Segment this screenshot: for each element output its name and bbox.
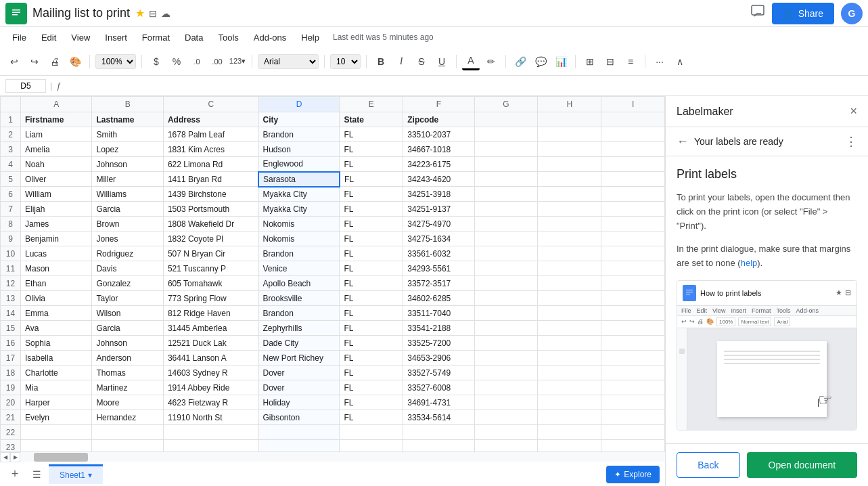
menu-data[interactable]: Data bbox=[178, 30, 210, 45]
cell-E19[interactable]: FL bbox=[340, 380, 403, 395]
row-header-18[interactable]: 18 bbox=[1, 366, 21, 380]
col-header-f[interactable]: F bbox=[403, 97, 474, 112]
preview-folder-icon[interactable]: ⊟ bbox=[845, 288, 851, 297]
row-header-1[interactable]: 1 bbox=[1, 112, 21, 127]
bold-button[interactable]: B bbox=[372, 53, 390, 70]
cell-A7[interactable]: Elijah bbox=[21, 202, 92, 217]
cell-B7[interactable]: Garcia bbox=[92, 202, 163, 217]
cell-E3[interactable]: FL bbox=[340, 142, 403, 157]
font-select[interactable]: Arial bbox=[258, 54, 319, 69]
cell-G5[interactable] bbox=[474, 172, 538, 187]
sheet-tab-sheet1[interactable]: Sheet1 ▾ bbox=[49, 464, 103, 484]
cell-D7[interactable]: Myakka City bbox=[258, 202, 340, 217]
row-header-5[interactable]: 5 bbox=[1, 172, 21, 187]
cell-A6[interactable]: William bbox=[21, 187, 92, 202]
cell-F21[interactable]: 33534-5614 bbox=[403, 410, 474, 425]
comment-button[interactable] bbox=[750, 4, 765, 22]
formula-input[interactable]: Sarasota bbox=[66, 81, 863, 91]
cell-I9[interactable] bbox=[601, 231, 665, 246]
cell-H13[interactable] bbox=[538, 291, 601, 306]
row-header-4[interactable]: 4 bbox=[1, 157, 21, 172]
cell-A19[interactable]: Mia bbox=[21, 380, 92, 395]
horiz-scroll-track[interactable] bbox=[20, 452, 665, 462]
cell-B23[interactable] bbox=[92, 440, 163, 452]
cell-E21[interactable]: FL bbox=[340, 410, 403, 425]
cell-I2[interactable] bbox=[601, 127, 665, 142]
cell-E8[interactable]: FL bbox=[340, 217, 403, 231]
cell-H21[interactable] bbox=[538, 410, 601, 425]
row-header-17[interactable]: 17 bbox=[1, 351, 21, 366]
cell-D18[interactable]: Dover bbox=[258, 366, 340, 380]
row-header-14[interactable]: 14 bbox=[1, 306, 21, 321]
print-button[interactable]: 🖨 bbox=[46, 53, 64, 70]
cell-F1[interactable]: Zipcode bbox=[403, 112, 474, 127]
row-header-2[interactable]: 2 bbox=[1, 127, 21, 142]
underline-button[interactable]: U bbox=[433, 53, 451, 70]
cell-I12[interactable] bbox=[601, 276, 665, 291]
cell-B18[interactable]: Thomas bbox=[92, 366, 163, 380]
cell-D14[interactable]: Brandon bbox=[258, 306, 340, 321]
row-header-23[interactable]: 23 bbox=[1, 440, 21, 452]
cell-H23[interactable] bbox=[538, 440, 601, 452]
sheet-content[interactable]: A B C D E F G H I 1FirstnameLastnameAddr… bbox=[0, 96, 665, 451]
cell-A14[interactable]: Emma bbox=[21, 306, 92, 321]
cell-H5[interactable] bbox=[538, 172, 601, 187]
cell-I4[interactable] bbox=[601, 157, 665, 172]
cell-F11[interactable]: 34293-5561 bbox=[403, 261, 474, 276]
cell-C21[interactable]: 11910 North St bbox=[163, 410, 258, 425]
cell-I11[interactable] bbox=[601, 261, 665, 276]
scroll-left-arrow[interactable]: ◀ bbox=[0, 452, 10, 462]
cell-F4[interactable]: 34223-6175 bbox=[403, 157, 474, 172]
cell-F15[interactable]: 33541-2188 bbox=[403, 321, 474, 336]
cell-H9[interactable] bbox=[538, 231, 601, 246]
cell-A1[interactable]: Firstname bbox=[21, 112, 92, 127]
help-link[interactable]: help bbox=[741, 258, 758, 268]
cell-E6[interactable]: FL bbox=[340, 187, 403, 202]
cell-F23[interactable] bbox=[403, 440, 474, 452]
open-document-button[interactable]: Open document bbox=[747, 452, 857, 478]
cell-D12[interactable]: Apollo Beach bbox=[258, 276, 340, 291]
cell-C16[interactable]: 12521 Duck Lak bbox=[163, 336, 258, 351]
undo-button[interactable]: ↩ bbox=[5, 53, 23, 70]
cell-F5[interactable]: 34243-4620 bbox=[403, 172, 474, 187]
cell-F16[interactable]: 33525-7200 bbox=[403, 336, 474, 351]
cell-I17[interactable] bbox=[601, 351, 665, 366]
cell-D11[interactable]: Venice bbox=[258, 261, 340, 276]
cell-C6[interactable]: 1439 Birchstone bbox=[163, 187, 258, 202]
row-header-20[interactable]: 20 bbox=[1, 395, 21, 410]
cell-C9[interactable]: 1832 Coyote Pl bbox=[163, 231, 258, 246]
cell-C23[interactable] bbox=[163, 440, 258, 452]
row-header-13[interactable]: 13 bbox=[1, 291, 21, 306]
row-header-21[interactable]: 21 bbox=[1, 410, 21, 425]
cell-F13[interactable]: 34602-6285 bbox=[403, 291, 474, 306]
cell-H4[interactable] bbox=[538, 157, 601, 172]
currency-button[interactable]: $ bbox=[147, 53, 165, 70]
align-button[interactable]: ≡ bbox=[622, 53, 639, 70]
cell-B22[interactable] bbox=[92, 425, 163, 440]
cell-D21[interactable]: Gibsonton bbox=[258, 410, 340, 425]
cell-D10[interactable]: Brandon bbox=[258, 246, 340, 261]
cell-H20[interactable] bbox=[538, 395, 601, 410]
cell-B16[interactable]: Johnson bbox=[92, 336, 163, 351]
cell-A4[interactable]: Noah bbox=[21, 157, 92, 172]
cell-G11[interactable] bbox=[474, 261, 538, 276]
cell-B10[interactable]: Rodriguez bbox=[92, 246, 163, 261]
cell-C15[interactable]: 31445 Amberlea bbox=[163, 321, 258, 336]
cell-A8[interactable]: James bbox=[21, 217, 92, 231]
cell-G13[interactable] bbox=[474, 291, 538, 306]
cell-I7[interactable] bbox=[601, 202, 665, 217]
cell-G23[interactable] bbox=[474, 440, 538, 452]
cell-E16[interactable]: FL bbox=[340, 336, 403, 351]
cell-G8[interactable] bbox=[474, 217, 538, 231]
more-formats-button[interactable]: 123▾ bbox=[229, 53, 246, 70]
add-comment-button[interactable]: 💬 bbox=[532, 53, 549, 70]
cell-F7[interactable]: 34251-9137 bbox=[403, 202, 474, 217]
cell-D1[interactable]: City bbox=[258, 112, 340, 127]
cell-B12[interactable]: Gonzalez bbox=[92, 276, 163, 291]
cell-F14[interactable]: 33511-7040 bbox=[403, 306, 474, 321]
cell-I20[interactable] bbox=[601, 395, 665, 410]
row-header-15[interactable]: 15 bbox=[1, 321, 21, 336]
collapse-toolbar-button[interactable]: ∧ bbox=[671, 53, 689, 70]
cell-I13[interactable] bbox=[601, 291, 665, 306]
insert-link-button[interactable]: 🔗 bbox=[511, 53, 529, 70]
